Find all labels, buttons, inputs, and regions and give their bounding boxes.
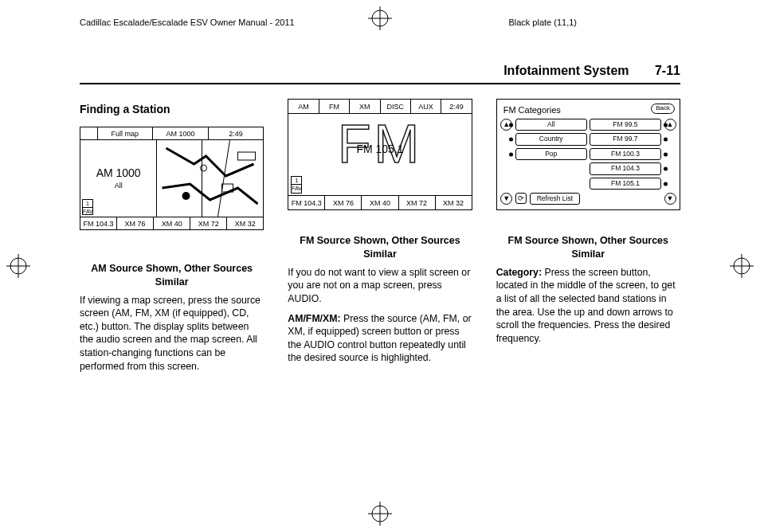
d1-top-empty: [80, 127, 98, 139]
d3-refresh-icon[interactable]: ⟳: [515, 193, 527, 204]
d1-category-label[interactable]: All: [80, 181, 156, 190]
manual-title: Cadillac Escalade/Escalade ESV Owner Man…: [80, 18, 295, 27]
d1-preset-2[interactable]: XM 76: [117, 217, 154, 229]
d1-time-label: 2:49: [209, 127, 264, 139]
d1-current-station: AM 1000: [80, 166, 156, 181]
col1-caption: AM Source Shown, Other Sources Similar: [80, 262, 264, 289]
d3-freq-1[interactable]: FM 99.5: [590, 119, 661, 131]
d1-fav-label: FAV: [83, 208, 92, 215]
d3-freq-down-icon[interactable]: ▼: [664, 193, 676, 205]
d3-freq-3[interactable]: FM 100.3: [590, 148, 661, 160]
col3-label: Category:: [496, 267, 542, 278]
svg-point-14: [182, 192, 190, 200]
d2-preset-4[interactable]: XM 72: [399, 196, 436, 209]
d1-fullmap-button[interactable]: Full map: [98, 127, 154, 139]
column-3: FM Categories Back ▲ ▼ All Country Pop ⟳…: [496, 99, 680, 379]
d2-preset-1[interactable]: FM 104.3: [288, 196, 325, 209]
col2-label: AM/FM/XM:: [288, 313, 340, 324]
col3-para-text: Press the screen button, located in the …: [496, 267, 676, 344]
d1-fav-num: 1: [83, 200, 92, 208]
col3-paragraph: Category: Press the screen button, locat…: [496, 266, 680, 346]
crop-mark-left: [6, 254, 30, 278]
column-2: AM FM XM DISC AUX 2:49 FM FM 105.1 1 FAV…: [288, 99, 472, 379]
d2-fav-num: 1: [292, 177, 301, 185]
d3-back-button[interactable]: Back: [651, 104, 675, 114]
col2-paragraph-1: If you do not want to view a split scree…: [288, 266, 472, 306]
d2-preset-5[interactable]: XM 32: [436, 196, 472, 209]
d3-freq-5[interactable]: FM 105.1: [590, 178, 661, 190]
d3-freq-2[interactable]: FM 99.7: [590, 133, 661, 145]
d1-preset-3[interactable]: XM 40: [154, 217, 190, 229]
d2-frequency: FM 105.1: [288, 142, 471, 157]
column-1: Finding a Station Full map AM 1000 2:49 …: [80, 99, 264, 379]
crop-mark-right: [730, 254, 754, 278]
d1-preset-5[interactable]: XM 32: [227, 217, 263, 229]
col2-paragraph-2: AM/FM/XM: Press the source (AM, FM, or X…: [288, 312, 472, 365]
d1-station-label: AM 1000: [153, 127, 209, 139]
crop-mark-bottom: [368, 502, 392, 526]
page-number: 7-11: [655, 64, 680, 77]
diagram-fm-categories: FM Categories Back ▲ ▼ All Country Pop ⟳…: [496, 99, 680, 210]
d1-preset-4[interactable]: XM 72: [190, 217, 227, 229]
diagram-fm-big: AM FM XM DISC AUX 2:49 FM FM 105.1 1 FAV…: [288, 99, 472, 210]
d2-preset-2[interactable]: XM 76: [325, 196, 362, 209]
plate-label: Black plate (11,1): [508, 18, 577, 27]
col1-paragraph: If viewing a map screen, press the sourc…: [80, 294, 264, 374]
d3-cat-all[interactable]: All: [515, 119, 587, 131]
d1-preset-1[interactable]: FM 104.3: [80, 217, 117, 229]
d2-fav-button[interactable]: 1 FAV: [291, 176, 302, 194]
d1-map-area[interactable]: [157, 140, 263, 217]
svg-point-12: [201, 165, 207, 171]
d3-cat-country[interactable]: Country: [515, 133, 587, 145]
diagram-am-map: Full map AM 1000 2:49 AM 1000 All: [80, 127, 264, 230]
d1-fav-button[interactable]: 1 FAV: [82, 199, 93, 215]
d3-cat-pop[interactable]: Pop: [515, 148, 587, 160]
d3-cat-down-icon[interactable]: ▼: [500, 193, 512, 205]
section-name: Infotainment System: [503, 64, 629, 77]
svg-rect-13: [238, 152, 256, 160]
d3-refresh-button[interactable]: Refresh List: [530, 193, 580, 205]
col3-caption: FM Source Shown, Other Sources Similar: [496, 234, 680, 261]
d3-title: FM Categories: [503, 104, 561, 116]
d3-freq-4[interactable]: FM 104.3: [590, 162, 661, 174]
running-head: Infotainment System 7-11: [80, 64, 680, 84]
d2-preset-3[interactable]: XM 40: [362, 196, 398, 209]
topic-heading: Finding a Station: [80, 102, 264, 117]
col2-caption: FM Source Shown, Other Sources Similar: [288, 234, 472, 261]
d2-fav-label: FAV: [292, 185, 301, 192]
